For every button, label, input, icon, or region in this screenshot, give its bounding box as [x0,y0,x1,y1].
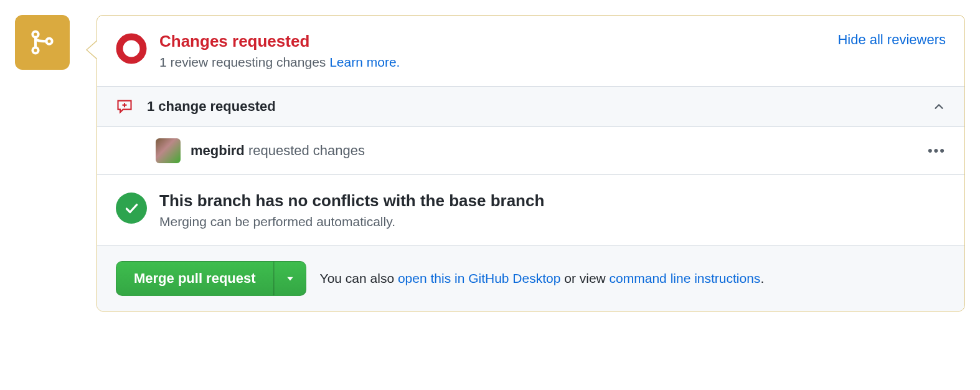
status-title: Changes requested [159,32,825,51]
merge-hint-text: You can also open this in GitHub Desktop… [320,271,765,286]
changes-summary-bar[interactable]: 1 change requested [97,86,964,127]
avatar[interactable] [156,138,181,163]
timeline-merge-badge [15,15,70,70]
merge-panel: Changes requested 1 review requesting ch… [97,15,965,312]
check-circle-icon [116,193,147,224]
mergeability-section: This branch has no conflicts with the ba… [97,175,964,246]
hint-mid: or view [560,271,609,285]
merge-options-dropdown-button[interactable] [274,261,306,296]
mergeability-text-block: This branch has no conflicts with the ba… [159,191,544,229]
changes-requested-icon [116,33,147,64]
merge-status-panel-wrapper: Changes requested 1 review requesting ch… [15,15,965,312]
hint-prefix: You can also [320,271,398,285]
reviewer-username[interactable]: megbird [191,143,245,158]
changes-summary-text: 1 change requested [147,98,276,115]
reviewer-action: requested changes [245,143,365,158]
review-status-section: Changes requested 1 review requesting ch… [97,16,964,86]
mergeability-subtext: Merging can be performed automatically. [159,214,544,229]
caret-down-icon [286,274,294,283]
panel-arrow [86,40,97,60]
kebab-menu-icon[interactable]: ••• [928,143,946,159]
status-subtext-text: 1 review requesting changes [159,55,329,69]
merge-pull-request-button[interactable]: Merge pull request [116,261,274,296]
merge-button-group: Merge pull request [116,261,306,296]
open-desktop-link[interactable]: open this in GitHub Desktop [398,271,560,285]
git-merge-icon [29,29,56,56]
svg-point-3 [120,37,143,60]
reviewer-text: megbird requested changes [191,143,365,159]
diff-comment-icon [116,98,133,115]
hide-reviewers-link[interactable]: Hide all reviewers [837,32,946,48]
mergeability-title: This branch has no conflicts with the ba… [159,191,544,211]
status-text-block: Changes requested 1 review requesting ch… [159,32,825,70]
cli-instructions-link[interactable]: command line instructions [610,271,761,285]
chevron-up-icon [932,100,946,113]
learn-more-link[interactable]: Learn more. [329,55,400,69]
hint-suffix: . [760,271,764,285]
merge-action-section: Merge pull request You can also open thi… [97,246,964,311]
svg-marker-6 [287,277,293,281]
reviewer-row: megbird requested changes ••• [97,127,964,175]
status-subtext: 1 review requesting changes Learn more. [159,55,825,70]
